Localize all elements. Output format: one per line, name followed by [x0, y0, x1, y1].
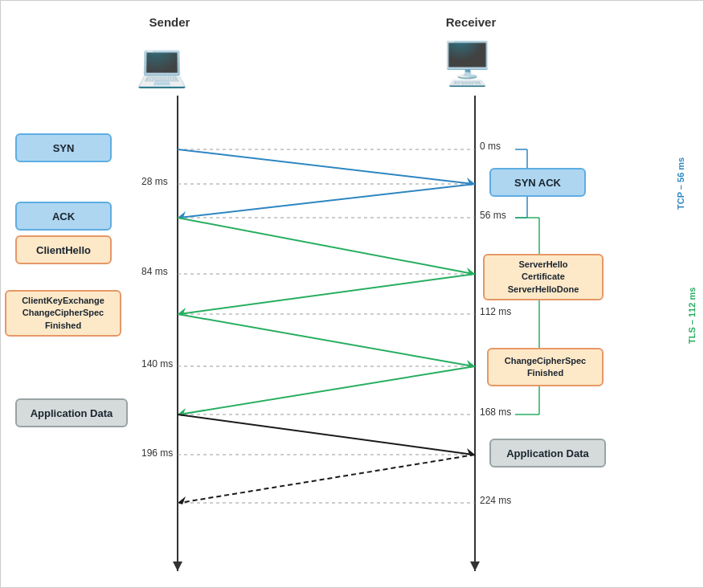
- syn-ack-box: SYN ACK: [489, 168, 586, 197]
- time-56: 56 ms: [480, 210, 506, 221]
- time-224: 224 ms: [480, 495, 511, 506]
- tls-label: TLS – 112 ms: [687, 219, 697, 412]
- svg-marker-24: [467, 448, 475, 456]
- receiver-icon: 🖥️: [441, 39, 493, 88]
- svg-line-25: [179, 455, 475, 503]
- svg-line-13: [179, 184, 475, 218]
- client-key-box: ClientKeyExchange ChangeCipherSpec Finis…: [5, 290, 121, 337]
- svg-marker-20: [467, 360, 475, 368]
- svg-marker-22: [178, 408, 186, 416]
- svg-marker-18: [178, 308, 186, 316]
- time-0: 0 ms: [480, 141, 501, 152]
- ack-box: ACK: [15, 202, 112, 231]
- client-hello-box: ClientHello: [15, 235, 112, 264]
- time-28: 28 ms: [141, 176, 168, 187]
- diagram: Sender Receiver 💻 🖥️: [0, 0, 704, 588]
- svg-marker-16: [467, 267, 475, 276]
- time-140: 140 ms: [141, 358, 173, 370]
- svg-line-23: [178, 414, 473, 455]
- svg-line-11: [178, 149, 473, 184]
- tcp-label: TCP – 56 ms: [676, 149, 686, 218]
- svg-marker-28: [470, 561, 480, 571]
- svg-line-17: [179, 274, 475, 314]
- svg-line-19: [178, 314, 473, 366]
- svg-line-21: [179, 366, 475, 414]
- time-196: 196 ms: [141, 447, 173, 459]
- change-cipher-server-box: ChangeCipherSpecFinished: [487, 348, 604, 386]
- svg-marker-26: [178, 496, 186, 504]
- receiver-header: Receiver: [427, 15, 515, 29]
- server-hello-box: ServerHelloCertificateServerHelloDone: [483, 254, 604, 300]
- syn-box: SYN: [15, 133, 112, 162]
- time-84: 84 ms: [141, 266, 168, 277]
- time-168: 168 ms: [480, 406, 511, 418]
- svg-marker-14: [178, 211, 186, 219]
- sender-icon: 💻: [136, 41, 188, 90]
- app-data-sender-box: Application Data: [15, 398, 128, 427]
- time-112: 112 ms: [480, 306, 511, 317]
- svg-marker-12: [467, 178, 475, 186]
- svg-line-15: [178, 218, 473, 274]
- sender-header: Sender: [129, 15, 210, 29]
- svg-marker-27: [173, 561, 182, 571]
- app-data-receiver-box: Application Data: [489, 439, 606, 468]
